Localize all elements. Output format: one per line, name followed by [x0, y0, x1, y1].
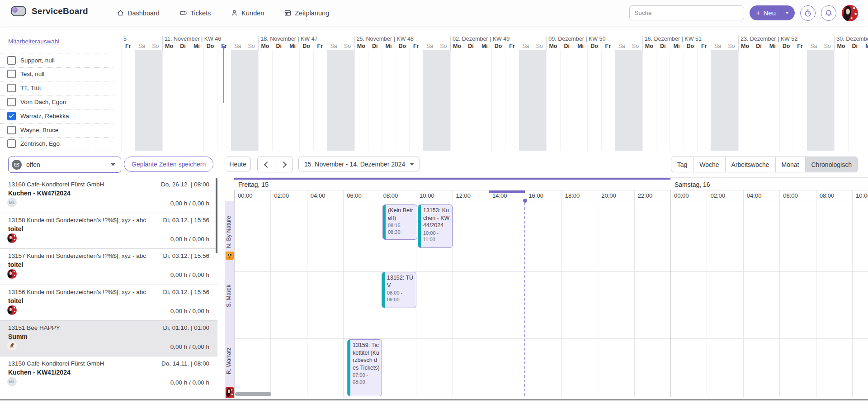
employee-row[interactable]: TT, Ttttt [0, 81, 114, 95]
status-filter-dropdown[interactable]: offen [8, 157, 121, 173]
employee-checkbox[interactable] [7, 126, 16, 134]
employee-row[interactable]: Warratz, Rebekka [0, 109, 114, 124]
nav-item-dashboard[interactable]: Dashboard [117, 9, 160, 17]
grid-hline [234, 177, 868, 178]
day-letter: Sa [423, 43, 436, 49]
prev-next-group [257, 157, 293, 172]
nav-item-tickets[interactable]: Tickets [179, 9, 211, 17]
row-separator [234, 271, 868, 272]
main-nav: DashboardTicketsKundenZeitplanung [117, 0, 329, 26]
ticket-title: Kuchen - KW47/2024 [8, 190, 71, 197]
ticket-list-scrollbar[interactable] [216, 178, 217, 253]
envelope-icon [12, 160, 22, 170]
today-button[interactable]: Heute [225, 157, 251, 171]
employee-row[interactable]: Support, null [0, 53, 114, 68]
chevron-down-icon [785, 12, 789, 14]
view-button-tag[interactable]: Tag [671, 157, 693, 172]
prev-button[interactable] [258, 157, 275, 172]
grid-vline [779, 190, 780, 397]
weekend-shade [245, 50, 258, 151]
employee-row[interactable]: Vom Dach, Egon [0, 95, 114, 109]
calendar-event[interactable]: (Kein Betreff)08:15 -08:30 [382, 204, 417, 240]
date-range-button[interactable]: 15. November - 14. Dezember 2024 [298, 157, 420, 171]
employee-checkbox[interactable] [7, 98, 16, 106]
ticket-title: toitel [8, 261, 23, 268]
day-letter: Sa [327, 43, 340, 49]
day-letter: So [245, 43, 258, 49]
day-gridline [478, 50, 478, 151]
next-button[interactable] [275, 157, 292, 172]
view-button-chronologisch[interactable]: Chronologisch [805, 157, 858, 172]
day-letter: Mo [450, 43, 464, 49]
weekend-shade [340, 50, 354, 151]
timer-button[interactable] [800, 5, 816, 21]
day-gridline [491, 50, 492, 151]
day-gridline [272, 50, 273, 151]
plus-icon: + [756, 9, 760, 17]
view-button-woche[interactable]: Woche [693, 157, 725, 172]
nav-item-kunden[interactable]: Kunden [231, 9, 264, 17]
ticket-row[interactable]: 13158 Kunde mit Sonderzeichen's !?%$]; x… [0, 213, 217, 249]
ticket-title: Kuchen - KW41/2024 [8, 369, 71, 376]
bell-icon [825, 9, 833, 17]
calendar-event[interactable]: 13152: TÜV08:00 -09:00 [382, 272, 416, 308]
employee-checkbox[interactable] [7, 70, 16, 78]
employee-row[interactable]: Zentrisch, Ego [0, 137, 114, 151]
day-letter: Fr [121, 43, 135, 49]
employee-checkbox[interactable] [7, 112, 16, 120]
view-button-monat[interactable]: Monat [775, 157, 805, 172]
user-avatar[interactable] [842, 5, 858, 21]
hour-label: 00:00 [674, 192, 689, 199]
save-planned-times-button[interactable]: Geplante Zeiten speichern [124, 157, 213, 172]
calendar-event[interactable]: 13159: Tickettitel (Kurzbesch des Ticket… [347, 339, 382, 396]
hour-label: 00:00 [238, 192, 253, 199]
day-letter: Di [272, 43, 286, 49]
week-label: 25. November | KW 48 [357, 36, 414, 42]
day-gridline [368, 50, 368, 151]
employee-checkbox[interactable] [7, 56, 16, 65]
employee-checkbox[interactable] [7, 139, 16, 148]
day-letter: Do [203, 43, 217, 49]
row-separator [234, 338, 868, 339]
week-label: 11. November | KW 46 [165, 36, 221, 42]
current-time-dot [523, 199, 527, 203]
employee-row[interactable]: Test, null [0, 67, 114, 81]
event-time-line: 07:00 - [353, 372, 380, 379]
day-gridline [203, 50, 204, 151]
day-gridline [396, 50, 396, 151]
new-button[interactable]: + Neu [750, 5, 795, 20]
employee-checkbox[interactable] [7, 84, 16, 92]
nav-item-zeitplanung[interactable]: Zeitplanung [284, 9, 329, 17]
view-button-arbeitswoche[interactable]: Arbeitswoche [725, 157, 775, 172]
employee-row[interactable]: Wayne, Bruce [0, 123, 114, 138]
calendar-horizontal-scrollbar[interactable] [235, 392, 271, 396]
ticket-row[interactable]: 13157 Kunde mit Sonderzeichen's !?%$]; x… [0, 249, 217, 285]
ticket-row[interactable]: 13160 Cafe-Konditorei Fürst GmbHDo, 26.1… [0, 177, 217, 213]
ticket-row[interactable]: 13150 Cafe-Konditorei Fürst GmbHDo, 14.1… [0, 356, 217, 392]
hour-label: 14:00 [492, 192, 507, 199]
brand-name: ServiceBoard [32, 6, 88, 16]
customers-icon [231, 9, 238, 17]
weekend-shade [615, 50, 628, 151]
event-title: 13153: Kuchen - KW44/2024 [423, 207, 450, 229]
day-letter: Do [299, 43, 313, 49]
notifications-button[interactable] [821, 5, 836, 21]
weekend-shade [149, 50, 162, 151]
chevron-down-icon [111, 163, 115, 166]
chevron-left-icon [264, 161, 270, 167]
day-letter: So [725, 43, 738, 49]
calendar-event[interactable]: 13153: Kuchen - KW44/202410:00 -11:00 [418, 204, 453, 248]
assignee-avatar [7, 341, 17, 351]
hour-label: 08:00 [820, 192, 835, 199]
chevron-down-icon [410, 163, 414, 166]
weekend-shade [423, 50, 436, 151]
search-input[interactable] [629, 5, 744, 20]
day-gridline [217, 50, 217, 151]
ticket-datetime: Di, 01.10. | 01:00 [163, 324, 209, 331]
day-gridline [793, 50, 793, 151]
employee-selection-link[interactable]: Mitarbeiterauswahl [8, 38, 59, 45]
ticket-row[interactable]: 13151 Bee HAPPYDi, 01.10. | 01:00Summ0,0… [0, 321, 217, 356]
day-gridline [834, 50, 835, 151]
ticket-row[interactable]: 13156 Kunde mit Sonderzeichen's !?%$]; x… [0, 285, 217, 321]
day-letter: Fr [697, 43, 711, 49]
